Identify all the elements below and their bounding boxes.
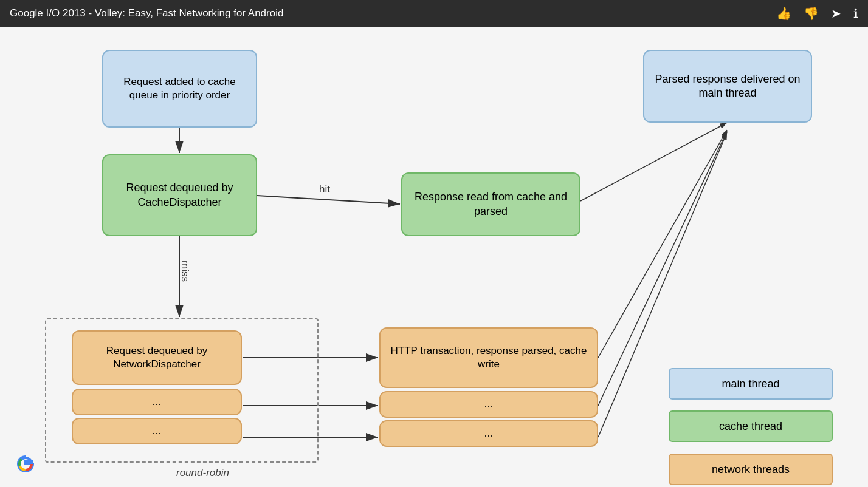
thumbs-down-icon[interactable]: 👎 xyxy=(804,6,819,21)
svg-line-9 xyxy=(598,130,727,358)
legend-cache-thread: cache thread xyxy=(669,410,833,442)
network-row3-node: ... xyxy=(72,418,242,444)
cache-queue-node: Request added to cache queue in priority… xyxy=(102,50,257,128)
parsed-response-node: Parsed response delivered on main thread xyxy=(643,50,812,123)
http-transaction-node: HTTP transaction, response parsed, cache… xyxy=(379,327,598,388)
legend-main-thread: main thread xyxy=(669,368,833,400)
info-icon[interactable]: ℹ xyxy=(853,6,858,21)
topbar-icons: 👍 👎 ➤ ℹ xyxy=(776,6,858,21)
svg-line-10 xyxy=(598,131,727,406)
main-content: Request added to cache queue in priority… xyxy=(0,27,868,487)
topbar-title: Google I/O 2013 - Volley: Easy, Fast Net… xyxy=(10,7,283,19)
hit-label: hit xyxy=(319,183,330,196)
svg-line-8 xyxy=(580,123,727,201)
miss-label: miss xyxy=(179,261,191,282)
round-robin-label: round-robin xyxy=(176,467,229,479)
response-cache-node: Response read from cache and parsed xyxy=(401,172,580,236)
legend-network-threads: network threads xyxy=(669,454,833,485)
network-dispatcher-node: Request dequeued by NetworkDispatcher xyxy=(72,330,242,385)
topbar: Google I/O 2013 - Volley: Easy, Fast Net… xyxy=(0,0,868,27)
thumbs-up-icon[interactable]: 👍 xyxy=(776,6,791,21)
google-logo xyxy=(12,451,39,477)
http-row3-node: ... xyxy=(379,420,598,447)
http-row2-node: ... xyxy=(379,391,598,418)
cache-dispatcher-node: Request dequeued by CacheDispatcher xyxy=(102,154,257,236)
svg-line-3 xyxy=(257,196,400,204)
share-icon[interactable]: ➤ xyxy=(831,6,841,21)
network-row2-node: ... xyxy=(72,389,242,415)
